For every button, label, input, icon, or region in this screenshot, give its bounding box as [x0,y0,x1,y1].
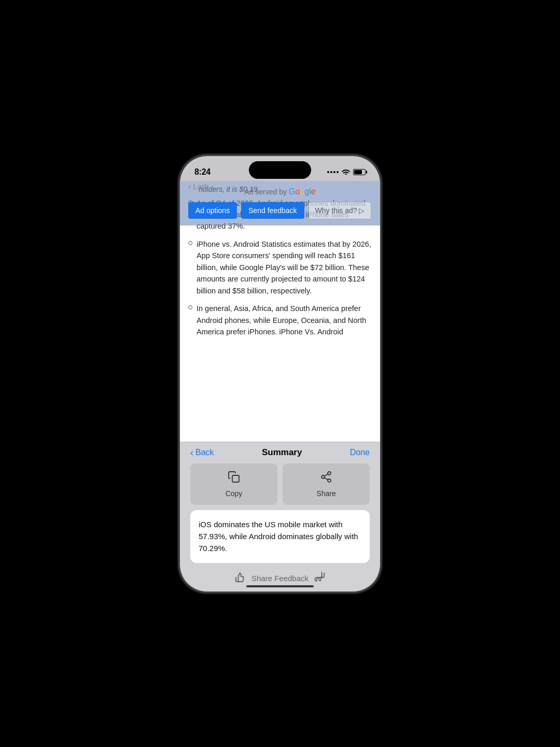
send-feedback-button[interactable]: Send feedback [241,202,304,219]
nav-title: Summary [262,447,302,458]
ad-served-by-text: Ad served by [244,188,287,196]
ad-options-button[interactable]: Ad options [188,202,237,219]
bullet-circle-3 [188,305,192,309]
copy-label: Copy [226,489,243,498]
bottom-bar: ‹ Back Summary Done [180,442,380,591]
ad-overlay: Ad served by Google Ad options Send feed… [180,181,380,225]
share-feedback-label: Share Feedback [251,574,309,583]
copy-icon [228,471,240,486]
nav-row: ‹ Back Summary Done [190,447,370,458]
why-this-ad-button[interactable]: Why this ad? ▷ [309,202,372,219]
svg-rect-0 [232,475,239,482]
share-icon [320,471,332,486]
battery-fill [354,170,362,174]
battery-icon [353,169,366,175]
thumbs-down-button[interactable] [314,571,325,585]
status-left: 8:24 [194,167,211,177]
content-area: nolders, it is $0.19. ⌄ As of Q4 of 2023… [180,181,380,591]
signal-dot-4 [337,171,339,173]
wifi-icon [342,168,350,176]
summary-text: iOS dominates the US mobile market with … [199,518,361,555]
nav-back-button[interactable]: ‹ Back [190,447,214,458]
bullet-item-3: In general, Asia, Africa, and South Amer… [188,303,372,337]
share-label: Share [316,489,335,498]
signal-dot-2 [330,171,332,173]
done-button[interactable]: Done [350,448,370,457]
signal-dot-1 [327,171,329,173]
phone-screen: 8:24 [180,156,380,591]
back-label: Back [195,448,214,457]
status-right [327,168,366,176]
copy-button[interactable]: Copy [190,463,277,505]
thumbs-up-button[interactable] [235,571,246,585]
power-button [380,239,381,280]
action-buttons: Copy Share [190,463,370,505]
ad-header: Ad served by Google [188,187,372,196]
signal-dot-3 [333,171,335,173]
summary-box: iOS dominates the US mobile market with … [190,510,370,563]
status-time: 8:24 [194,167,211,177]
signal-dots [327,171,339,173]
bullet-item-2: iPhone vs. Android Statistics estimates … [188,238,372,297]
web-content: nolders, it is $0.19. ⌄ As of Q4 of 2023… [180,181,380,442]
google-brand-text: Google [289,187,316,196]
home-indicator [246,585,314,587]
ad-buttons: Ad options Send feedback Why this ad? ▷ [188,202,372,219]
dynamic-island [249,161,311,179]
bullet-circle-2 [188,241,192,245]
back-lark[interactable]: ‹ Lark [188,182,208,191]
phone-frame: 8:24 [179,155,381,593]
share-button[interactable]: Share [283,463,370,505]
chevron-left-icon: ‹ [190,447,193,458]
